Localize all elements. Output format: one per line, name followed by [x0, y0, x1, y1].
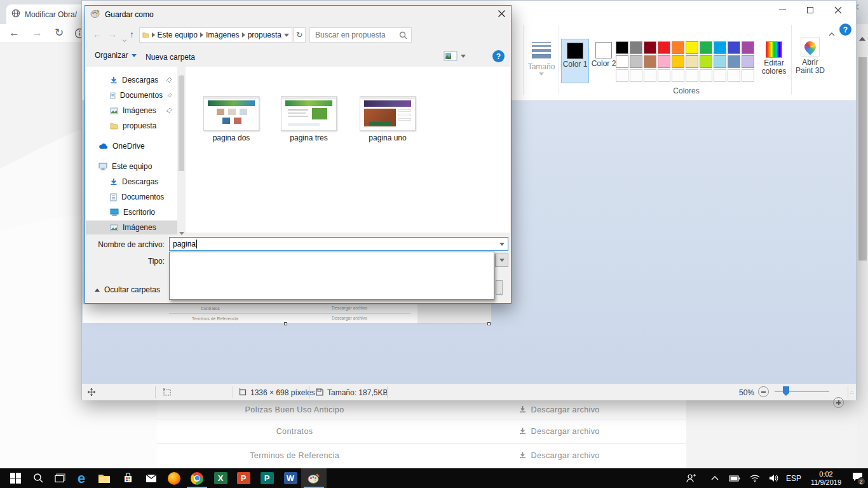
- size-button[interactable]: Tamaño: [527, 36, 556, 83]
- search-box[interactable]: [309, 27, 412, 43]
- mail-taskbar-icon[interactable]: [139, 468, 164, 488]
- sidebar-item-descargas[interactable]: Descargas: [86, 73, 177, 87]
- palette-swatch[interactable]: [700, 41, 712, 54]
- new-folder-button[interactable]: Nueva carpeta: [146, 51, 195, 62]
- palette-swatch[interactable]: [644, 41, 656, 54]
- dialog-help-icon[interactable]: ?: [492, 50, 505, 62]
- palette-swatch[interactable]: [742, 41, 754, 54]
- palette-empty-slot[interactable]: [728, 69, 740, 82]
- people-tray-icon[interactable]: [681, 468, 700, 488]
- browser-back-icon[interactable]: ←: [9, 27, 20, 38]
- word-taskbar-icon[interactable]: W: [278, 468, 303, 488]
- edge-taskbar-icon[interactable]: e: [69, 468, 94, 488]
- palette-swatch[interactable]: [700, 55, 712, 68]
- volume-icon[interactable]: [765, 468, 783, 488]
- help-icon[interactable]: ?: [839, 24, 851, 36]
- file-explorer-taskbar-icon[interactable]: [92, 468, 117, 488]
- minimize-button[interactable]: [771, 1, 793, 19]
- palette-empty-slot[interactable]: [630, 69, 642, 82]
- zoom-slider-track[interactable]: [775, 391, 829, 392]
- palette-swatch[interactable]: [686, 41, 698, 54]
- sidebar-item-propuesta[interactable]: propuesta: [86, 119, 177, 133]
- clock[interactable]: 0:02 11/9/2019: [806, 468, 846, 488]
- maximize-button[interactable]: [799, 1, 821, 19]
- scrollbar-up-icon[interactable]: [859, 37, 865, 41]
- palette-swatch[interactable]: [728, 55, 740, 68]
- refresh-button[interactable]: ↻: [293, 27, 306, 43]
- sidebar-item-onedrive[interactable]: OneDrive: [86, 139, 177, 153]
- breadcrumb-item[interactable]: propuesta: [248, 30, 281, 39]
- palette-swatch[interactable]: [630, 41, 642, 54]
- view-mode-button[interactable]: [444, 51, 466, 61]
- scrollbar-thumb[interactable]: [858, 57, 867, 261]
- hide-folders-button[interactable]: Ocultar carpetas: [95, 285, 160, 294]
- sidebar-item-imagenes-2[interactable]: Imágenes: [86, 220, 177, 234]
- close-button[interactable]: [827, 1, 849, 19]
- chrome-taskbar-icon[interactable]: [184, 468, 210, 488]
- organize-menu[interactable]: Organizar: [95, 51, 137, 60]
- file-item-pagina-tres[interactable]: pagina tres: [278, 96, 339, 142]
- language-indicator[interactable]: ESP: [783, 468, 804, 488]
- file-item-pagina-dos[interactable]: pagina dos: [201, 96, 262, 142]
- palette-swatch[interactable]: [714, 55, 726, 68]
- palette-swatch[interactable]: [658, 41, 670, 54]
- sidebar-item-imagenes[interactable]: Imágenes: [86, 104, 177, 118]
- collapse-ribbon-icon[interactable]: [829, 27, 835, 39]
- palette-swatch[interactable]: [714, 41, 726, 54]
- filename-input[interactable]: pagina: [169, 237, 508, 251]
- zoom-slider-thumb[interactable]: [783, 386, 789, 396]
- download-link[interactable]: Descargar archivo: [432, 451, 686, 460]
- paint-taskbar-icon[interactable]: [301, 468, 327, 488]
- color1-button[interactable]: Color 1: [561, 39, 589, 83]
- powerpoint-taskbar-icon[interactable]: P: [231, 468, 256, 488]
- palette-empty-slot[interactable]: [644, 69, 656, 82]
- canvas-resize-handle[interactable]: [487, 322, 491, 325]
- file-item-pagina-uno[interactable]: pagina uno: [357, 96, 418, 142]
- palette-empty-slot[interactable]: [742, 69, 754, 82]
- palette-empty-slot[interactable]: [658, 69, 670, 82]
- sidebar-item-descargas-2[interactable]: Descargas: [86, 175, 177, 189]
- dialog-resize-grip[interactable]: ∴: [499, 293, 503, 295]
- dialog-close-icon[interactable]: [498, 9, 506, 20]
- palette-swatch[interactable]: [658, 55, 670, 68]
- canvas-resize-handle[interactable]: [284, 322, 287, 325]
- browser-scrollbar[interactable]: [857, 24, 868, 468]
- address-dropdown-icon[interactable]: [284, 34, 289, 37]
- palette-empty-slot[interactable]: [686, 69, 698, 82]
- palette-empty-slot[interactable]: [616, 69, 628, 82]
- palette-empty-slot[interactable]: [672, 69, 684, 82]
- breadcrumb-item[interactable]: Este equipo: [158, 30, 198, 39]
- palette-swatch[interactable]: [686, 55, 698, 68]
- scrollbar-thumb[interactable]: [179, 76, 184, 171]
- nav-forward-icon[interactable]: →: [108, 29, 117, 39]
- sidebar-scrollbar[interactable]: [177, 67, 186, 233]
- palette-swatch[interactable]: [644, 55, 656, 68]
- browser-reload-icon[interactable]: ↻: [55, 27, 64, 38]
- paint-canvas[interactable]: Contratos Descargar archivo Terminos de …: [83, 304, 491, 324]
- palette-swatch[interactable]: [616, 41, 628, 54]
- browser-forward-icon[interactable]: →: [32, 27, 43, 38]
- palette-swatch[interactable]: [672, 41, 684, 54]
- nav-back-icon[interactable]: ←: [93, 29, 102, 39]
- publisher-taskbar-icon[interactable]: P: [254, 468, 280, 488]
- palette-swatch[interactable]: [630, 55, 642, 68]
- palette-swatch[interactable]: [728, 41, 740, 54]
- store-taskbar-icon[interactable]: [115, 468, 140, 488]
- palette-empty-slot[interactable]: [700, 69, 712, 82]
- palette-swatch[interactable]: [616, 55, 628, 68]
- filename-autocomplete-popup[interactable]: [169, 252, 494, 300]
- download-link[interactable]: Descargar archivo: [432, 427, 686, 436]
- action-center-icon[interactable]: 2: [848, 468, 867, 488]
- start-button[interactable]: [3, 468, 28, 488]
- scrollbar-down-icon[interactable]: [179, 226, 184, 238]
- nav-up-icon[interactable]: ↑: [130, 29, 134, 39]
- zoom-in-button[interactable]: [833, 397, 844, 408]
- filetype-dropdown-button[interactable]: [495, 254, 508, 267]
- download-link[interactable]: Descargar archivo: [432, 405, 686, 414]
- tray-expand-icon[interactable]: [707, 468, 723, 488]
- zoom-out-button[interactable]: [758, 386, 769, 397]
- palette-swatch[interactable]: [742, 55, 754, 68]
- wifi-icon[interactable]: [746, 468, 764, 488]
- breadcrumb-item[interactable]: Imágenes: [206, 30, 240, 39]
- palette-swatch[interactable]: [672, 55, 684, 68]
